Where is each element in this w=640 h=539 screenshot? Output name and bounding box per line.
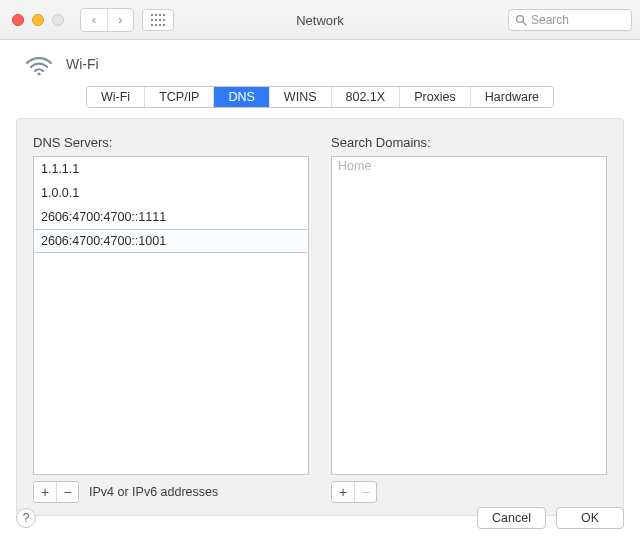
tab-proxies[interactable]: Proxies: [400, 87, 471, 107]
search-domains-column: Search Domains: Home + −: [331, 135, 607, 503]
search-placeholder: Search: [531, 13, 569, 27]
plus-icon: +: [339, 484, 347, 500]
tab-802-1x[interactable]: 802.1X: [332, 87, 401, 107]
tab-dns[interactable]: DNS: [214, 87, 269, 107]
plus-icon: +: [41, 484, 49, 500]
search-input[interactable]: Search: [508, 9, 632, 31]
tab-wi-fi[interactable]: Wi-Fi: [87, 87, 145, 107]
svg-rect-4: [151, 19, 153, 21]
minimize-window-button[interactable]: [32, 14, 44, 26]
help-button[interactable]: ?: [16, 508, 36, 528]
zoom-window-button: [52, 14, 64, 26]
search-domains-remove-button: −: [354, 482, 376, 502]
tabs: Wi-FiTCP/IPDNSWINS802.1XProxiesHardware: [86, 86, 554, 108]
dns-server-row[interactable]: 2606:4700:4700::1111: [34, 205, 308, 229]
wifi-icon: [24, 52, 54, 76]
dns-servers-label: DNS Servers:: [33, 135, 309, 150]
preferences-window: ‹ › Network Search: [0, 0, 640, 539]
svg-point-14: [37, 72, 40, 75]
svg-rect-2: [159, 14, 161, 16]
main-pane: Wi-Fi Wi-FiTCP/IPDNSWINS802.1XProxiesHar…: [0, 40, 640, 539]
grid-icon: [151, 14, 165, 26]
dns-add-remove-group: + −: [33, 481, 79, 503]
minus-icon: −: [361, 484, 369, 500]
tab-tcp-ip[interactable]: TCP/IP: [145, 87, 214, 107]
search-domains-placeholder: Home: [332, 157, 606, 175]
minus-icon: −: [63, 484, 71, 500]
svg-line-13: [523, 21, 526, 24]
footer: ? Cancel OK: [16, 507, 624, 529]
search-domains-list[interactable]: Home: [331, 156, 607, 475]
dns-server-row[interactable]: 1.0.0.1: [34, 181, 308, 205]
show-all-button[interactable]: [142, 9, 174, 31]
dns-hint: IPv4 or IPv6 addresses: [89, 485, 218, 499]
svg-rect-5: [155, 19, 157, 21]
search-icon: [515, 14, 527, 26]
service-header: Wi-Fi: [16, 52, 624, 82]
tab-wins[interactable]: WINS: [270, 87, 332, 107]
nav-back-forward-group: ‹ ›: [80, 8, 134, 32]
titlebar: ‹ › Network Search: [0, 0, 640, 40]
search-domains-add-remove-group: + −: [331, 481, 377, 503]
dns-panel: DNS Servers: 1.1.1.11.0.0.12606:4700:470…: [16, 118, 624, 516]
chevron-left-icon: ‹: [92, 12, 96, 27]
svg-rect-6: [159, 19, 161, 21]
forward-button[interactable]: ›: [107, 9, 133, 31]
svg-rect-0: [151, 14, 153, 16]
dns-server-row[interactable]: 1.1.1.1: [34, 157, 308, 181]
dns-servers-column: DNS Servers: 1.1.1.11.0.0.12606:4700:470…: [33, 135, 309, 503]
dns-add-button[interactable]: +: [34, 482, 56, 502]
dns-remove-button[interactable]: −: [56, 482, 78, 502]
search-domains-label: Search Domains:: [331, 135, 607, 150]
tabbar: Wi-FiTCP/IPDNSWINS802.1XProxiesHardware: [16, 86, 624, 108]
service-name: Wi-Fi: [66, 56, 99, 72]
svg-rect-3: [163, 14, 165, 16]
svg-rect-10: [159, 24, 161, 26]
tab-hardware[interactable]: Hardware: [471, 87, 553, 107]
chevron-right-icon: ›: [118, 12, 122, 27]
svg-rect-8: [151, 24, 153, 26]
svg-rect-9: [155, 24, 157, 26]
cancel-button[interactable]: Cancel: [477, 507, 546, 529]
window-controls: [8, 14, 64, 26]
svg-rect-1: [155, 14, 157, 16]
svg-rect-7: [163, 19, 165, 21]
search-domains-add-button[interactable]: +: [332, 482, 354, 502]
dns-servers-list[interactable]: 1.1.1.11.0.0.12606:4700:4700::11112606:4…: [33, 156, 309, 475]
ok-button[interactable]: OK: [556, 507, 624, 529]
dns-server-row[interactable]: 2606:4700:4700::1001: [34, 229, 308, 253]
close-window-button[interactable]: [12, 14, 24, 26]
svg-rect-11: [163, 24, 165, 26]
back-button[interactable]: ‹: [81, 9, 107, 31]
